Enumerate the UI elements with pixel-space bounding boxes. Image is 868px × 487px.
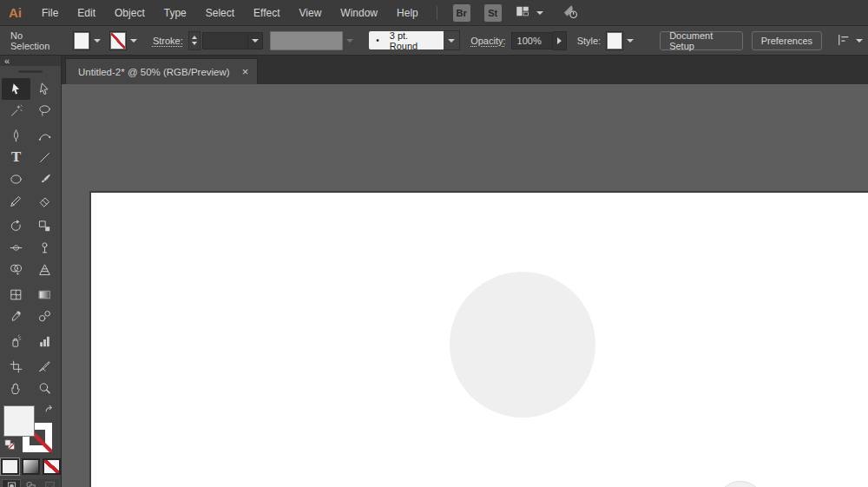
brush-dot-preview: • (376, 36, 379, 45)
stroke-color-dropdown[interactable] (127, 32, 141, 49)
paintbrush-tool[interactable] (30, 168, 59, 190)
symbol-sprayer-tool[interactable] (2, 331, 30, 352)
canvas[interactable] (62, 84, 868, 487)
menu-item-help[interactable]: Help (387, 0, 428, 25)
rotate-tool[interactable] (2, 215, 30, 237)
slice-tool[interactable] (30, 356, 59, 378)
eyedropper-tool[interactable] (2, 306, 30, 327)
magic-wand-tool[interactable] (2, 100, 30, 122)
fill-color-swatch[interactable] (73, 31, 90, 50)
eraser-tool[interactable] (30, 190, 59, 212)
artboard[interactable] (89, 191, 868, 487)
workspace-switcher-button[interactable] (514, 3, 543, 22)
none-button[interactable] (43, 458, 61, 475)
drawing-mode-row (2, 479, 59, 487)
collapse-double-chevron-icon: « (4, 56, 10, 66)
style-dropdown[interactable] (623, 32, 637, 49)
document-tab-bar: Untitled-2* @ 50% (RGB/Preview) × (62, 56, 868, 84)
document-tab[interactable]: Untitled-2* @ 50% (RGB/Preview) × (65, 58, 258, 84)
stepper-down-icon (192, 42, 197, 45)
mesh-tool[interactable] (2, 284, 30, 306)
chevron-down-icon (130, 39, 137, 43)
menu-item-window[interactable]: Window (331, 0, 387, 25)
line-segment-tool[interactable] (30, 147, 59, 168)
close-icon[interactable]: × (242, 66, 249, 77)
draw-behind-icon (24, 480, 37, 487)
menu-item-file[interactable]: File (32, 0, 68, 25)
draw-normal-button[interactable] (2, 479, 21, 487)
column-graph-tool[interactable] (30, 331, 59, 352)
scale-tool[interactable] (30, 215, 59, 237)
opacity-expand-button[interactable] (553, 31, 567, 50)
stroke-panel-link[interactable]: Stroke: (153, 36, 183, 46)
stroke-weight-field[interactable] (202, 32, 247, 49)
opacity-field[interactable]: 100% (511, 32, 553, 49)
tool-row (2, 125, 59, 147)
color-mode-row (1, 458, 61, 475)
stock-button[interactable]: St (484, 4, 502, 22)
chevron-down-icon (536, 11, 543, 15)
panel-grip-handle[interactable] (18, 70, 43, 73)
type-tool[interactable]: T (2, 147, 30, 168)
perspective-grid-tool[interactable] (30, 259, 59, 280)
stroke-weight-dropdown[interactable] (248, 32, 263, 49)
workspace-layout-icon (514, 3, 531, 22)
panel-collapse-button[interactable]: « (0, 56, 61, 66)
menu-item-edit[interactable]: Edit (68, 0, 105, 25)
bridge-button[interactable]: Br (453, 4, 470, 22)
default-fill-stroke-button[interactable] (3, 438, 16, 455)
hand-tool[interactable] (2, 378, 30, 399)
selection-tool[interactable] (2, 78, 30, 100)
menu-item-effect[interactable]: Effect (244, 0, 289, 25)
opacity-panel-link[interactable]: Opacity: (470, 36, 505, 46)
menu-item-view[interactable]: View (290, 0, 332, 25)
tool-row (2, 331, 59, 352)
style-label: Style: (577, 36, 602, 46)
drawn-circle[interactable] (450, 272, 595, 418)
gradient-button[interactable] (22, 458, 40, 475)
fill-color-dropdown[interactable] (90, 32, 104, 49)
style-swatch[interactable] (606, 31, 623, 50)
app-logo: Ai (0, 5, 32, 20)
toolbox: T (0, 66, 61, 487)
curvature-tool[interactable] (30, 125, 59, 147)
tool-row (2, 306, 59, 327)
align-icon (836, 32, 852, 49)
width-tool[interactable] (2, 237, 30, 259)
draw-behind-button[interactable] (21, 479, 40, 487)
stroke-weight-stepper[interactable] (188, 31, 201, 50)
gpu-performance-button[interactable] (561, 3, 579, 23)
lasso-tool[interactable] (30, 100, 59, 122)
menu-item-select[interactable]: Select (196, 0, 244, 25)
chevron-down-icon (346, 39, 353, 43)
preferences-button[interactable]: Preferences (752, 31, 822, 50)
brush-definition-label: 3 pt. Round (390, 30, 435, 51)
gradient-tool[interactable] (30, 284, 59, 306)
pencil-tool[interactable] (2, 190, 30, 212)
brush-definition-dropdown[interactable]: • 3 pt. Round (369, 31, 460, 49)
pen-tool[interactable] (2, 125, 30, 147)
brush-definition-chevron[interactable] (444, 30, 460, 50)
document-setup-button[interactable]: Document Setup (660, 31, 743, 50)
zoom-tool[interactable] (30, 378, 59, 399)
shape-builder-tool[interactable] (2, 259, 30, 280)
partial-circle-bottom[interactable] (716, 481, 765, 487)
swap-arrow-icon (43, 405, 56, 420)
color-button[interactable] (1, 458, 19, 475)
tool-row (2, 284, 59, 306)
artboard-tool[interactable] (2, 356, 30, 378)
illustrator-window: Ai FileEditObjectTypeSelectEffectViewWin… (0, 0, 868, 487)
align-options-button[interactable] (836, 32, 863, 49)
puppet-warp-tool[interactable] (30, 237, 59, 259)
ellipse-tool[interactable] (2, 168, 30, 190)
blend-tool[interactable] (30, 306, 59, 327)
stroke-color-swatch[interactable] (109, 31, 127, 50)
tool-row (2, 100, 59, 122)
fill-stroke-cluster (3, 405, 58, 455)
menu-item-object[interactable]: Object (105, 0, 155, 25)
swap-fill-stroke-button[interactable] (43, 405, 56, 421)
menu-item-type[interactable]: Type (155, 0, 196, 25)
direct-selection-tool[interactable] (30, 78, 59, 100)
fill-indicator[interactable] (3, 405, 35, 437)
tool-row (2, 78, 59, 100)
